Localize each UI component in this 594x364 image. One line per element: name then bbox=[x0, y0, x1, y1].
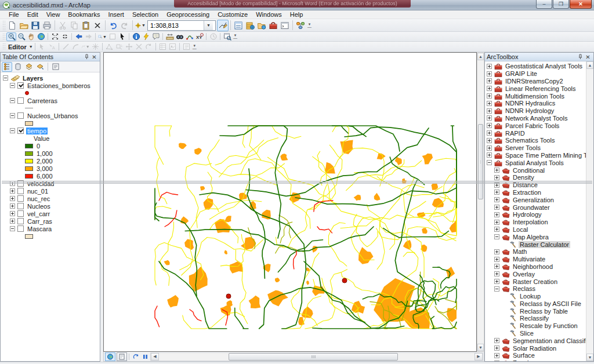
atb-label[interactable]: Zonal bbox=[512, 359, 530, 361]
scroll-down-arrow[interactable]: ▼ bbox=[586, 354, 593, 361]
atb-row-schematics-tools[interactable]: Schematics Tools bbox=[485, 137, 586, 144]
copy-icon[interactable] bbox=[68, 20, 80, 31]
atb-row-generalization[interactable]: Generalization bbox=[485, 196, 586, 203]
attributes-button-icon[interactable] bbox=[158, 42, 168, 51]
refresh-view-button[interactable] bbox=[131, 352, 140, 361]
atb-label[interactable]: Geostatistical Analyst Tools bbox=[504, 63, 584, 70]
toc-row-1-000[interactable]: 1,000 bbox=[1, 150, 100, 157]
toc-row-nucleos[interactable]: Nucleos bbox=[1, 202, 100, 210]
menu-edit[interactable]: Edit bbox=[23, 10, 42, 19]
toc-label[interactable]: 2,000 bbox=[35, 158, 54, 165]
toc-row-0[interactable]: 0 bbox=[1, 142, 100, 150]
toc-label[interactable]: 1,000 bbox=[35, 150, 54, 157]
atb-label[interactable]: Solar Radiation bbox=[512, 345, 557, 352]
menu-help[interactable]: Help bbox=[286, 10, 307, 19]
fill-symbol-swatch[interactable] bbox=[25, 174, 33, 179]
reshape-feature-tool-icon[interactable]: 1: bbox=[114, 42, 124, 51]
create-features-button-icon[interactable] bbox=[182, 42, 191, 51]
toc-row-value[interactable]: Value bbox=[1, 134, 100, 142]
toc-pin-icon[interactable] bbox=[83, 53, 90, 60]
atb-row-map-algebra[interactable]: Map Algebra bbox=[485, 233, 586, 241]
atb-row-surface[interactable]: Surface bbox=[485, 352, 586, 359]
expand-icon[interactable] bbox=[494, 168, 499, 173]
fire-station-point[interactable] bbox=[342, 278, 347, 283]
toolbar-grip[interactable] bbox=[2, 43, 5, 51]
toc-label[interactable]: tiempo bbox=[26, 128, 48, 134]
atb-label[interactable]: Lookup bbox=[519, 293, 542, 300]
atb-label[interactable]: Network Analyst Tools bbox=[504, 115, 568, 122]
collapse-icon[interactable] bbox=[10, 226, 15, 231]
toolbar-overflow-button[interactable]: ▾— bbox=[306, 19, 313, 31]
go-back-extent-button[interactable] bbox=[74, 32, 84, 41]
catalog-window-button[interactable] bbox=[256, 20, 267, 31]
expand-icon[interactable] bbox=[494, 279, 499, 284]
menu-bookmarks[interactable]: Bookmarks bbox=[64, 10, 104, 19]
catalog-button[interactable] bbox=[244, 20, 256, 31]
toc-row-vel-carr[interactable]: vel_carr bbox=[1, 210, 100, 217]
atb-label[interactable]: RAPID bbox=[504, 130, 526, 137]
toc-label[interactable]: vel_carr bbox=[26, 210, 51, 217]
expand-icon[interactable] bbox=[487, 78, 492, 83]
arctoolbox-button[interactable] bbox=[267, 20, 279, 31]
atb-row-network-analyst-tools[interactable]: Network Analyst Tools bbox=[485, 115, 586, 122]
layer-visibility-checkbox[interactable] bbox=[17, 195, 24, 202]
find-tool[interactable] bbox=[175, 32, 184, 41]
pan-tool[interactable] bbox=[26, 32, 36, 41]
atb-label[interactable]: Raster Calculator bbox=[519, 241, 570, 248]
cut-icon[interactable] bbox=[57, 20, 68, 31]
toc-label[interactable]: Layers bbox=[21, 75, 44, 82]
atb-label[interactable]: Density bbox=[512, 174, 535, 181]
expand-icon[interactable] bbox=[10, 196, 15, 201]
fixed-zoom-in-tool[interactable] bbox=[50, 32, 60, 41]
atb-label[interactable]: Multidimension Tools bbox=[504, 93, 566, 100]
collapse-icon[interactable] bbox=[494, 286, 499, 292]
atb-row-math[interactable]: Math bbox=[485, 248, 586, 256]
clear-selection-button[interactable] bbox=[107, 32, 117, 41]
map-canvas[interactable] bbox=[104, 53, 477, 352]
atb-label[interactable]: Surface bbox=[512, 352, 536, 359]
open-button[interactable] bbox=[18, 20, 30, 31]
atb-row-reclass[interactable]: Reclass bbox=[485, 285, 586, 293]
collapse-icon[interactable] bbox=[487, 160, 492, 165]
layout-view-button[interactable] bbox=[117, 352, 127, 361]
map-horizontal-scrollbar[interactable]: ◀ ▶ bbox=[150, 352, 483, 361]
atb-row-density[interactable]: Density bbox=[485, 174, 586, 181]
atb-row-space-time-pattern-mining-tools[interactable]: Space Time Pattern Mining Tools bbox=[485, 152, 586, 159]
toc-label[interactable]: nuc_01 bbox=[26, 188, 49, 195]
scroll-up-arrow[interactable]: ▲ bbox=[477, 53, 484, 60]
point-symbol-swatch[interactable] bbox=[25, 91, 29, 95]
layer-visibility-checkbox[interactable] bbox=[17, 225, 24, 232]
atb-label[interactable]: Math bbox=[512, 248, 528, 255]
find-route-tool[interactable] bbox=[184, 32, 194, 41]
list-by-visibility-button[interactable] bbox=[24, 62, 34, 72]
atb-label[interactable]: Slice bbox=[519, 330, 535, 337]
toolbar-grip[interactable] bbox=[2, 33, 5, 41]
atb-label[interactable]: Multivariate bbox=[512, 256, 546, 263]
toc-label[interactable]: Nucleos bbox=[26, 203, 52, 210]
atb-label[interactable]: Generalization bbox=[512, 196, 555, 203]
toc-row-tiempo[interactable]: tiempo bbox=[1, 127, 100, 134]
atb-label[interactable]: GRAIP Lite bbox=[504, 70, 538, 77]
scroll-up-arrow[interactable]: ▲ bbox=[586, 61, 593, 69]
expand-icon[interactable] bbox=[487, 86, 492, 91]
split-tool-icon[interactable] bbox=[134, 42, 144, 51]
modelbuilder-button[interactable] bbox=[295, 20, 306, 31]
toc-label[interactable]: Value bbox=[32, 135, 50, 142]
identify-tool[interactable] bbox=[131, 32, 141, 41]
atb-row-multivariate[interactable]: Multivariate bbox=[485, 256, 586, 263]
undo-button[interactable] bbox=[107, 20, 119, 31]
fill-symbol-swatch[interactable] bbox=[25, 151, 33, 156]
atb-row-extraction[interactable]: Extraction bbox=[485, 189, 586, 196]
expand-icon[interactable] bbox=[487, 145, 492, 151]
edit-vertices-tool-icon[interactable] bbox=[104, 42, 114, 51]
expand-icon[interactable] bbox=[494, 345, 499, 351]
map-vertical-scrollbar[interactable]: ▲ ▼ bbox=[477, 52, 484, 352]
fill-symbol-swatch[interactable] bbox=[25, 121, 33, 126]
atb-label[interactable]: Overlay bbox=[512, 271, 536, 278]
data-view-button[interactable] bbox=[105, 352, 115, 361]
scroll-left-arrow[interactable]: ◀ bbox=[151, 353, 159, 361]
horizontal-scroll-thumb[interactable] bbox=[229, 353, 398, 361]
expand-icon[interactable] bbox=[494, 212, 499, 217]
list-by-source-button[interactable] bbox=[13, 62, 23, 72]
minimize-button[interactable]: – bbox=[536, 0, 552, 9]
